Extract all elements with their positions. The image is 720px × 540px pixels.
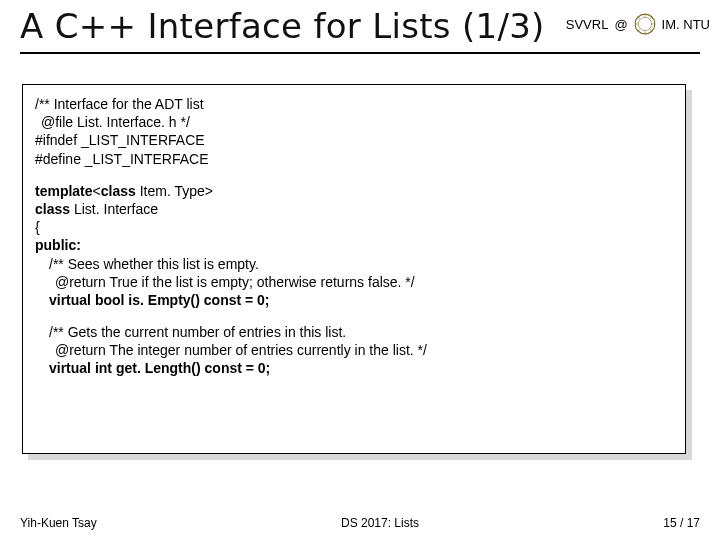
code-line: { xyxy=(35,218,673,236)
code-line: public: xyxy=(35,236,673,254)
svg-line-6 xyxy=(637,17,639,19)
header-at: @ xyxy=(614,17,627,32)
code-text: < xyxy=(93,183,101,199)
footer-page: 15 / 17 xyxy=(663,516,700,530)
kw-class: class xyxy=(35,201,74,217)
header-imntu: IM. NTU xyxy=(662,17,710,32)
kw-template: template xyxy=(35,183,93,199)
code-content: /** Interface for the ADT list @file Lis… xyxy=(35,95,673,378)
header-row: A C++ Interface for Lists (1/3) SVVRL @ xyxy=(0,0,720,46)
code-line: class List. Interface xyxy=(35,200,673,218)
svg-line-9 xyxy=(650,17,652,19)
title-rule xyxy=(20,52,700,54)
footer-author: Yih-Kuen Tsay xyxy=(20,516,97,530)
code-block: template<class Item. Type> class List. I… xyxy=(35,182,673,309)
svg-line-7 xyxy=(650,29,652,31)
code-line: #ifndef _LIST_INTERFACE xyxy=(35,131,673,149)
code-line: @return The integer number of entries cu… xyxy=(35,341,673,359)
code-line: virtual int get. Length() const = 0; xyxy=(35,359,673,377)
slide: A C++ Interface for Lists (1/3) SVVRL @ xyxy=(0,0,720,540)
footer-course: DS 2017: Lists xyxy=(341,516,419,530)
ntu-seal-icon xyxy=(634,13,656,35)
code-line: /** Sees whether this list is empty. xyxy=(35,255,673,273)
code-line: template<class Item. Type> xyxy=(35,182,673,200)
code-text: Item. Type> xyxy=(140,183,213,199)
code-line: @return True if the list is empty; other… xyxy=(35,273,673,291)
kw-class: class xyxy=(101,183,140,199)
header-right: SVVRL @ xyxy=(566,13,710,35)
footer: Yih-Kuen Tsay DS 2017: Lists 15 / 17 xyxy=(0,516,720,530)
slide-title: A C++ Interface for Lists (1/3) xyxy=(20,6,545,46)
code-line: @file List. Interface. h */ xyxy=(35,113,673,131)
code-line: /** Gets the current number of entries i… xyxy=(35,323,673,341)
code-line: /** Interface for the ADT list xyxy=(35,95,673,113)
header-svvrl: SVVRL xyxy=(566,17,609,32)
svg-line-8 xyxy=(637,29,639,31)
code-line: virtual bool is. Empty() const = 0; xyxy=(35,291,673,309)
code-block: /** Gets the current number of entries i… xyxy=(35,323,673,378)
code-line: #define _LIST_INTERFACE xyxy=(35,150,673,168)
svg-point-1 xyxy=(638,17,651,30)
code-box: /** Interface for the ADT list @file Lis… xyxy=(22,84,686,454)
code-text: List. Interface xyxy=(74,201,158,217)
